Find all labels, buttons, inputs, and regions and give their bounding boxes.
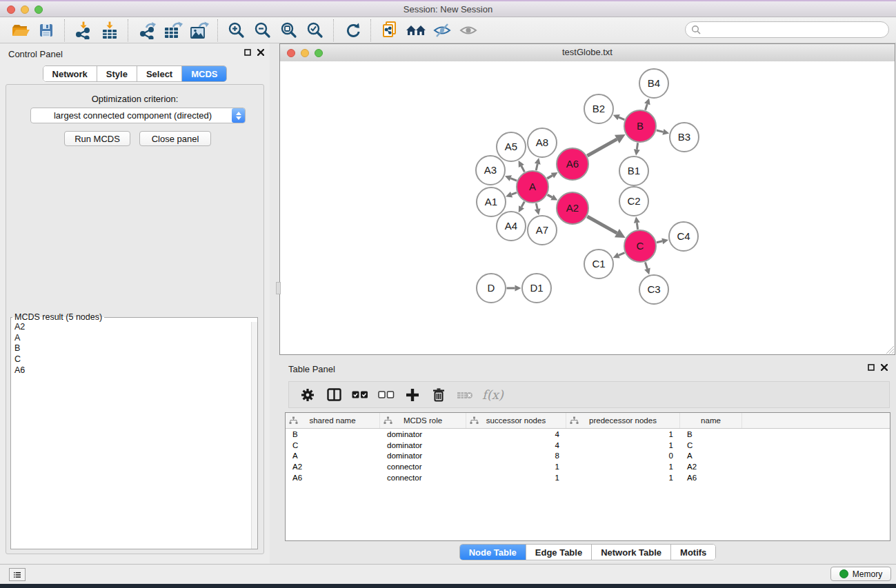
function-builder-button[interactable]: f(x) <box>479 387 504 402</box>
column-header-successor-nodes[interactable]: successor nodes <box>466 413 566 428</box>
column-header-MCDS-role[interactable]: MCDS role <box>380 413 466 428</box>
tab-select[interactable]: Select <box>137 66 181 81</box>
export-network-button[interactable] <box>134 19 160 41</box>
hide-selected-button[interactable] <box>429 19 455 41</box>
network-window-titlebar[interactable]: testGlobe.txt <box>280 44 895 62</box>
table-row-a6[interactable]: A6connector11A6 <box>286 472 890 483</box>
export-image-icon <box>190 21 209 39</box>
graph-edge-A-A3[interactable] <box>510 179 517 181</box>
result-item-c[interactable]: C <box>11 354 257 365</box>
export-image-button[interactable] <box>186 19 212 41</box>
result-item-a[interactable]: A <box>11 333 257 344</box>
tab-network[interactable]: Network <box>43 66 97 81</box>
import-network-button[interactable] <box>70 19 97 41</box>
graph-edge-B-B3[interactable] <box>657 130 664 132</box>
column-header-name[interactable]: name <box>680 413 742 428</box>
panel-splitter-handle[interactable] <box>276 282 281 294</box>
graph-edge-arrowhead <box>661 238 668 244</box>
table-settings-button[interactable] <box>296 385 319 405</box>
graph-edge-A-A4[interactable] <box>521 202 524 207</box>
graph-edge-C-C3[interactable] <box>645 262 647 269</box>
graph-edge-A-A7[interactable] <box>536 203 537 209</box>
search-field[interactable] <box>685 21 889 38</box>
graph-node-label-B: B <box>637 120 644 132</box>
cell: 8 <box>466 452 566 460</box>
zoom-selected-button[interactable] <box>302 19 328 41</box>
column-header-predecessor-nodes[interactable]: predecessor nodes <box>566 413 680 428</box>
graph-edge-A2-C[interactable] <box>587 216 617 233</box>
graph-edge-A-A6[interactable] <box>547 176 552 179</box>
select-stepper-icon <box>232 108 245 123</box>
duplicate-network-button[interactable] <box>377 19 403 41</box>
graph-edge-C-C2[interactable] <box>637 223 637 230</box>
graph-edge-B-B2[interactable] <box>619 117 624 119</box>
import-table-button[interactable] <box>97 19 123 41</box>
network-canvas-svg[interactable]: AA1A2A3A4A5A6A7A8BB1B2B3B4CC1C2C3C4DD1 <box>280 61 895 354</box>
tab-node-table[interactable]: Node Table <box>460 545 526 560</box>
deselect-all-checkboxes-button[interactable] <box>375 385 398 405</box>
first-neighbors-button[interactable] <box>403 19 429 41</box>
cell: 1 <box>466 474 566 482</box>
refresh-layout-button[interactable] <box>339 19 366 41</box>
graph-edge-C-C4[interactable] <box>657 241 662 243</box>
select-all-checkboxes-button[interactable] <box>348 385 372 405</box>
close-panel-icon[interactable] <box>881 364 888 371</box>
split-column-button[interactable] <box>322 385 346 405</box>
network-canvas[interactable]: AA1A2A3A4A5A6A7A8BB1B2B3B4CC1C2C3C4DD1 <box>280 61 895 354</box>
cell: 0 <box>566 452 680 460</box>
cell: 4 <box>466 441 566 449</box>
cell: dominator <box>380 452 466 460</box>
close-panel-icon[interactable] <box>257 49 264 56</box>
float-panel-icon[interactable] <box>868 364 875 371</box>
search-icon <box>691 25 701 34</box>
add-column-button[interactable] <box>401 385 424 405</box>
result-item-b[interactable]: B <box>11 343 257 354</box>
float-panel-icon[interactable] <box>244 49 251 56</box>
tab-edge-table[interactable]: Edge Table <box>526 545 591 560</box>
graph-edge-A-A8[interactable] <box>536 164 537 170</box>
graph-edge-C-C1[interactable] <box>619 253 625 256</box>
close-panel-button[interactable]: Close panel <box>139 131 211 146</box>
graph-edge-B-B1[interactable] <box>637 143 637 150</box>
task-history-button[interactable] <box>9 568 26 581</box>
tab-motifs[interactable]: Motifs <box>670 545 715 560</box>
zoom-in-button[interactable] <box>223 19 250 41</box>
tab-style[interactable]: Style <box>97 66 137 81</box>
app-window: Session: New Session <box>0 0 896 588</box>
graph-edge-A-A5[interactable] <box>521 166 525 172</box>
show-all-button[interactable] <box>455 19 481 41</box>
graph-edge-A-A1[interactable] <box>512 192 517 194</box>
graph-edge-A6-B[interactable] <box>587 139 617 156</box>
run-mcds-button[interactable]: Run MCDS <box>64 131 130 146</box>
mcds-panel: Optimization criterion: largest connecte… <box>6 84 264 554</box>
resize-grip-icon[interactable] <box>886 346 894 354</box>
export-table-button[interactable] <box>160 19 186 41</box>
result-item-a6[interactable]: A6 <box>11 365 257 376</box>
table-row-a2[interactable]: A2connector11A2 <box>286 461 890 472</box>
zoom-out-button[interactable] <box>250 19 276 41</box>
refresh-icon <box>344 21 361 39</box>
optimization-criterion-select[interactable]: largest connected component (directed) <box>30 108 246 123</box>
open-session-button[interactable] <box>7 19 33 41</box>
tab-mcds[interactable]: MCDS <box>181 66 226 81</box>
memory-button[interactable]: Memory <box>830 567 891 581</box>
graph-node-label-A2: A2 <box>566 202 579 214</box>
zoom-selected-icon <box>306 21 324 39</box>
result-scrollbar[interactable] <box>251 322 257 549</box>
table-row-a[interactable]: Adominator80A <box>286 450 890 461</box>
graph-edge-arrowhead <box>535 208 541 215</box>
save-session-button[interactable] <box>33 19 59 41</box>
graph-edge-A-A2[interactable] <box>548 195 552 198</box>
selected-option: largest connected component (directed) <box>31 110 232 121</box>
delete-table-button[interactable] <box>453 385 477 405</box>
column-header-shared-name[interactable]: shared name <box>286 413 380 428</box>
zoom-fit-button[interactable] <box>276 19 302 41</box>
eye-icon <box>459 22 478 39</box>
delete-column-button[interactable] <box>427 385 450 405</box>
table-row-b[interactable]: Bdominator41B <box>286 429 890 440</box>
table-row-c[interactable]: Cdominator41C <box>286 440 890 451</box>
graph-edge-B-B4[interactable] <box>646 104 648 110</box>
search-input[interactable] <box>701 24 888 35</box>
result-item-a2[interactable]: A2 <box>11 322 257 333</box>
tab-network-table[interactable]: Network Table <box>591 545 670 560</box>
